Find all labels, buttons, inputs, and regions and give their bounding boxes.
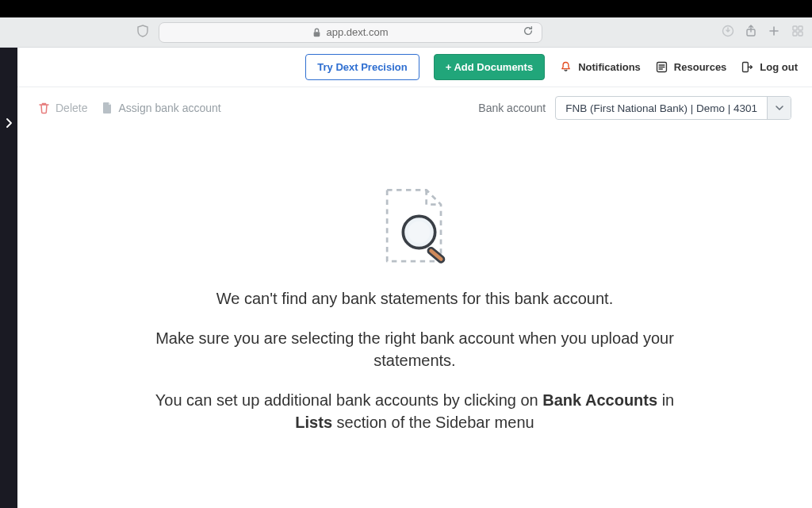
- empty-line-3: You can set up additional bank accounts …: [145, 389, 684, 433]
- add-documents-button[interactable]: + Add Documents: [434, 54, 545, 80]
- empty-state: We can't find any bank statements for th…: [17, 129, 812, 508]
- logout-link[interactable]: Log out: [741, 60, 798, 74]
- toolbar-left: Delete Assign bank account: [38, 102, 221, 114]
- assign-label: Assign bank account: [118, 102, 220, 114]
- privacy-shield-icon[interactable]: [137, 25, 148, 40]
- notifications-label: Notifications: [578, 61, 641, 73]
- tab-overview-icon[interactable]: [791, 25, 804, 40]
- empty-illustration-icon: [371, 184, 458, 271]
- try-precision-button[interactable]: Try Dext Precision: [305, 54, 419, 80]
- browser-chrome: app.dext.com: [0, 17, 812, 48]
- app-body: Try Dext Precision + Add Documents Notif…: [0, 48, 812, 508]
- empty-line-3-bold1: Bank Accounts: [542, 391, 657, 409]
- empty-line-1: We can't find any bank statements for th…: [216, 287, 613, 310]
- svg-point-10: [408, 221, 431, 244]
- resources-link[interactable]: Resources: [655, 60, 726, 74]
- url-host: app.dext.com: [326, 26, 388, 38]
- letterbox-top: [0, 0, 812, 17]
- toolbar: Delete Assign bank account Bank account …: [17, 87, 812, 129]
- svg-rect-0: [314, 32, 320, 37]
- svg-rect-5: [793, 32, 797, 36]
- app-top-nav: Try Dext Precision + Add Documents Notif…: [17, 48, 812, 87]
- bank-account-label: Bank account: [478, 102, 546, 114]
- document-icon: [102, 102, 113, 114]
- lock-icon: [312, 28, 321, 37]
- trash-icon: [38, 102, 50, 114]
- bell-icon: [559, 60, 573, 74]
- empty-line-3-bold2: Lists: [295, 414, 332, 431]
- svg-rect-3: [793, 26, 797, 30]
- resources-label: Resources: [674, 61, 726, 73]
- notifications-link[interactable]: Notifications: [559, 60, 641, 74]
- logout-icon: [741, 60, 754, 74]
- share-icon[interactable]: [745, 25, 756, 40]
- new-tab-icon[interactable]: [768, 25, 780, 40]
- browser-chrome-right: [722, 25, 804, 40]
- svg-rect-8: [743, 63, 749, 72]
- svg-rect-4: [799, 26, 802, 30]
- empty-line-3-pre: You can set up additional bank accounts …: [155, 391, 542, 409]
- logout-label: Log out: [760, 61, 798, 73]
- reload-icon[interactable]: [523, 25, 534, 39]
- bank-account-value: FNB (First National Bank) | Demo | 4301: [556, 102, 767, 114]
- svg-rect-6: [799, 32, 802, 36]
- delete-label: Delete: [56, 102, 87, 114]
- bank-account-select[interactable]: FNB (First National Bank) | Demo | 4301: [555, 96, 791, 120]
- empty-line-3-post: section of the Sidebar menu: [332, 414, 534, 431]
- url-bar[interactable]: app.dext.com: [159, 22, 542, 43]
- downloads-icon[interactable]: [722, 25, 734, 40]
- chevron-down-icon: [767, 97, 791, 119]
- empty-line-3-mid: in: [657, 391, 674, 409]
- toolbar-right: Bank account FNB (First National Bank) |…: [478, 96, 791, 120]
- delete-button[interactable]: Delete: [38, 102, 87, 114]
- resources-icon: [655, 60, 668, 74]
- empty-line-2: Make sure you are selecting the right ba…: [145, 327, 684, 371]
- sidebar-collapsed: [0, 48, 17, 508]
- main: Try Dext Precision + Add Documents Notif…: [17, 48, 812, 508]
- assign-bank-account-button[interactable]: Assign bank account: [102, 102, 220, 114]
- sidebar-expand-button[interactable]: [0, 114, 17, 132]
